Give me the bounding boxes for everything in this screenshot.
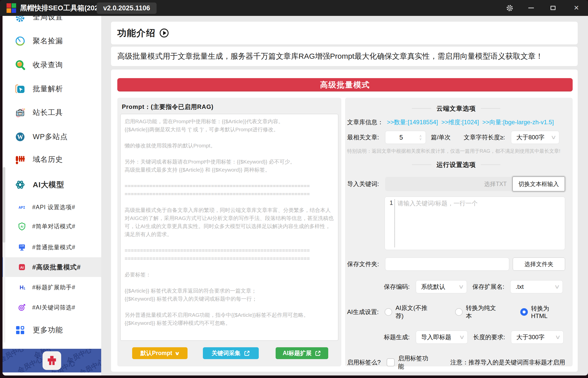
stepper-arrows-icon[interactable]: ∧∨ — [417, 134, 426, 140]
svg-text:H: H — [20, 284, 24, 291]
import-keywords-input[interactable]: 选择TXT — [385, 177, 512, 191]
mode-banner: 高级批量模式 — [117, 78, 573, 91]
radio-convert-html[interactable] — [520, 308, 528, 316]
chevron-down-icon: ∨ — [555, 334, 561, 340]
sidebar-item-wp-multisite[interactable]: W WP多站点 — [3, 127, 101, 147]
ai-title-expand-button[interactable]: AI标题扩展 — [276, 347, 328, 359]
export-icon — [315, 350, 321, 357]
svg-text:1: 1 — [24, 287, 25, 290]
gear-icon — [14, 16, 26, 23]
sidebar-item-batch-parse[interactable]: 批量解析 — [3, 79, 101, 99]
sidebar-item-webmaster-tools[interactable]: 站长工具 — [3, 103, 101, 122]
extension-label: 保存扩展名: — [472, 283, 504, 291]
app-title: 黑帽快排SEO工具箱(2025) — [20, 0, 105, 16]
enable-tag-label: 启用标签功能 — [398, 354, 433, 370]
member-center-banner[interactable]: 会员中心 会员中心 会员中心 会员中心 会员中心 会员中心 — [3, 349, 101, 372]
target-icon — [18, 303, 26, 312]
svg-text:W: W — [17, 134, 23, 140]
sidebar-item-advanced-batch[interactable]: AI #高级批量模式# — [3, 257, 101, 277]
default-prompt-button[interactable]: 默认Prompt ∨ — [132, 347, 188, 359]
grid-icon — [14, 324, 26, 336]
sidebar-item-api-settings[interactable]: API #API 设置选项# — [3, 197, 101, 217]
toolbox-icon — [14, 107, 26, 118]
most-relevant-label: 最相关文章: — [347, 133, 379, 141]
sidebar-item-global-settings[interactable]: 全局设置 — [3, 16, 101, 27]
svg-text:AI: AI — [20, 266, 24, 269]
encoding-label: 保存编码: — [384, 283, 410, 291]
char-length-label: 文章字符长度≥: — [464, 133, 505, 141]
encoding-select[interactable]: 系统默认 ∨ — [416, 280, 467, 293]
chevron-down-icon: ∨ — [550, 134, 557, 141]
main-content: 功能介绍 高级批量模式用于文章批量生成，服务器千万篇文章库RAG增强Prompt… — [101, 16, 588, 375]
cursor-parse-icon — [14, 83, 26, 95]
length-requirement-select[interactable]: 大于300字 ∨ — [511, 331, 564, 344]
run-options-header: 运行设置选项 — [347, 161, 565, 169]
gauge-icon — [14, 35, 26, 47]
most-relevant-stepper[interactable]: 5 ∧∨ — [385, 131, 426, 144]
feature-intro-card: 功能介绍 — [111, 22, 578, 44]
keyword-editor[interactable]: 1 请输入关键词/标题，一行一个 — [385, 197, 565, 250]
sidebar-item-more-features[interactable]: 更多功能 — [3, 320, 101, 340]
close-button[interactable]: ✕ — [568, 0, 585, 16]
length-requirement-label: 长度的要求: — [473, 333, 505, 341]
sidebar-item-juming[interactable]: 聚名捡漏 — [3, 31, 101, 51]
sidebar-item-title-expand[interactable]: H1 #标题扩展助手# — [3, 277, 101, 297]
chevron-down-icon: ∨ — [458, 284, 464, 290]
feature-description-card: 高级批量模式用于文章批量生成，服务器千万篇文章库RAG增强Prompt最大化确保… — [111, 47, 578, 66]
sidebar-item-normal-batch[interactable]: LLM #普通批量模式# — [3, 237, 101, 257]
options-panel: 云端文章选项 文章库信息： >>数量:[14918554] >>维度:[1024… — [345, 98, 573, 366]
choose-txt-button[interactable]: 选择TXT — [479, 180, 512, 188]
special-note: 特别说明：返回文章中根据相关度和长度计算，仅选一篇用于RAG，都不满足则使用其中… — [347, 148, 565, 154]
app-window: 黑帽快排SEO工具箱(2025) v2.0.2025.1106 ✕ 全局设置 聚… — [0, 0, 588, 378]
monitor-llm-icon: LLM — [18, 243, 26, 251]
title-gen-select[interactable]: 导入即标题 ∨ — [416, 331, 468, 344]
svg-text:LLM: LLM — [20, 245, 24, 247]
settings-gear-icon[interactable] — [501, 0, 519, 16]
export-icon — [244, 350, 250, 357]
library-info-label: 文章库信息： — [347, 118, 383, 126]
version-badge: v2.0.2025.1106 — [97, 3, 157, 14]
minimize-button[interactable] — [522, 0, 540, 16]
search-icon — [14, 59, 26, 71]
ai-gen-settings-label: AI生成设置: — [347, 308, 379, 316]
extension-select[interactable]: .txt ∨ — [510, 280, 563, 293]
keyword-placeholder: 请输入关键词/标题，一行一个 — [395, 199, 478, 247]
sidebar-item-index-query[interactable]: 收录查询 — [3, 55, 101, 75]
sidebar-item-ai-llm[interactable]: AI大模型 — [3, 175, 101, 195]
choose-folder-button[interactable]: 选择文件夹 — [513, 258, 565, 271]
svg-text:AI: AI — [20, 225, 23, 228]
toggle-textbox-input-button[interactable]: 切换文本框输入 — [512, 176, 565, 192]
domain-history-icon — [14, 154, 26, 165]
play-icon[interactable] — [159, 28, 169, 38]
feature-description: 高级批量模式用于文章批量生成，服务器千万篇文章库RAG增强Prompt最大化确保… — [117, 51, 543, 61]
enable-tag-checkbox[interactable] — [387, 358, 395, 366]
shield-ai-icon: AI — [18, 222, 26, 231]
sidebar-item-ai-keyword-filter[interactable]: #AI关键词筛选# — [3, 298, 101, 317]
prompt-header: Prompt：(主要指令已启用RAG) — [122, 103, 338, 111]
cloud-options-header: 云端文章选项 — [347, 104, 565, 113]
char-length-select[interactable]: 大于800字 ∨ — [511, 131, 559, 144]
sidebar-scrollbar[interactable] — [3, 167, 5, 343]
feature-intro-title: 功能介绍 — [117, 27, 156, 39]
enable-tag-question-label: 启用标签么? — [347, 358, 381, 366]
sidebar-item-domain-history[interactable]: 域名历史 — [3, 150, 101, 169]
tag-note: 注意：推荐导入的是关键词而非标题才启用 — [450, 358, 565, 366]
wordpress-icon: W — [14, 131, 26, 143]
keyword-collect-button[interactable]: 关键词采集 — [203, 347, 259, 359]
line-number: 1 — [388, 199, 394, 247]
sidebar: 全局设置 聚名捡漏 收录查询 批量解析 — [3, 16, 101, 375]
save-folder-input[interactable] — [385, 258, 509, 271]
maximize-button[interactable] — [544, 0, 562, 16]
prompt-panel: Prompt：(主要指令已启用RAG) 默认Prompt ∨ 关键词采集 — [117, 98, 341, 366]
save-folder-label: 保存文件夹: — [347, 260, 379, 268]
radio-ai-original[interactable] — [385, 308, 392, 316]
per-unit-label: 篇/单次 — [431, 133, 451, 141]
sidebar-item-simple-chat[interactable]: AI #简单对话模式# — [3, 216, 101, 236]
member-robot-icon — [43, 351, 61, 370]
radio-plain-text[interactable] — [455, 308, 463, 316]
prompt-textarea[interactable] — [120, 114, 338, 341]
import-keywords-label: 导入关键词: — [347, 180, 379, 188]
openai-knot-icon — [14, 179, 26, 191]
title-gen-label: 标题生成: — [384, 333, 410, 341]
ai-red-icon: AI — [18, 263, 26, 271]
